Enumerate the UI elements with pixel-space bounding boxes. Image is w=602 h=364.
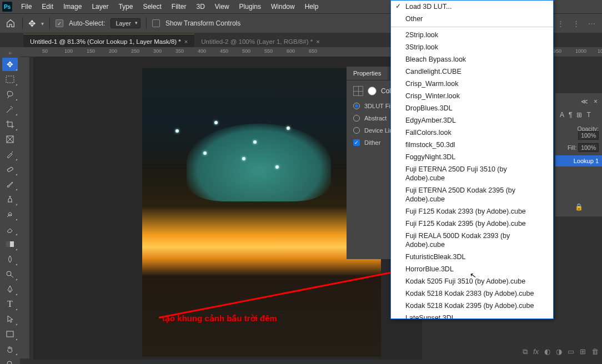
document-tab-title: Untitled-1 @ 81.3% (Color Lookup 1, Laye… xyxy=(30,38,181,45)
clone-stamp-tool[interactable] xyxy=(2,193,18,206)
glyphs-panel-icon[interactable]: ⊞ xyxy=(576,111,582,119)
menu-type[interactable]: Type xyxy=(114,1,137,12)
layer-item[interactable]: Lookup 1 xyxy=(555,155,602,166)
ruler-tick: 600 xyxy=(287,48,295,54)
close-panels-icon[interactable]: × xyxy=(594,98,598,105)
opacity-value[interactable]: 100% xyxy=(578,131,599,140)
lut-option[interactable]: LateSunset.3DL xyxy=(391,312,553,319)
marquee-tool[interactable] xyxy=(2,73,18,86)
distribute-horizontal-icon[interactable]: ⋮ xyxy=(570,17,582,29)
brush-tool[interactable] xyxy=(2,178,18,191)
ruler-tick: 550 xyxy=(264,48,273,54)
type-tool[interactable]: T xyxy=(2,297,18,311)
lut-option[interactable]: FoggyNight.3DL xyxy=(391,151,553,163)
lut-option[interactable]: Candlelight.CUBE xyxy=(391,65,553,78)
menu-edit[interactable]: Edit xyxy=(37,1,58,12)
lut-option[interactable]: Other xyxy=(391,13,553,25)
menu-image[interactable]: Image xyxy=(59,1,86,12)
abstract-label: Abstract xyxy=(364,115,387,122)
devicelink-radio[interactable] xyxy=(353,127,360,134)
close-tab-icon[interactable]: × xyxy=(184,38,188,45)
hand-tool[interactable] xyxy=(2,342,18,356)
pen-tool[interactable] xyxy=(2,282,18,296)
menu-help[interactable]: Help xyxy=(300,1,323,12)
move-tool[interactable]: ✥ xyxy=(2,58,18,71)
menu-file[interactable]: File xyxy=(17,1,36,12)
ruler-tick: 450 xyxy=(220,48,228,54)
eraser-tool[interactable] xyxy=(2,223,18,236)
lut-option[interactable]: FuturisticBleak.3DL xyxy=(391,251,553,263)
fill-value[interactable]: 100% xyxy=(578,143,599,152)
app-logo-icon[interactable]: Ps xyxy=(2,2,12,12)
lut-option[interactable]: filmstock_50.3dl xyxy=(391,139,553,151)
adjustment-layer-icon[interactable]: ◑ xyxy=(556,347,562,356)
delete-layer-icon[interactable]: 🗑 xyxy=(591,347,599,356)
ruler-tick: 150 xyxy=(87,48,95,54)
group-layers-icon[interactable]: ▭ xyxy=(568,347,574,356)
menu-layer[interactable]: Layer xyxy=(87,1,113,12)
menu-view[interactable]: View xyxy=(210,1,234,12)
more-options-icon[interactable]: ⋯ xyxy=(585,17,598,29)
healing-brush-tool[interactable] xyxy=(2,163,18,176)
ruler-tick: 1050 xyxy=(598,48,602,54)
lutfile-radio[interactable] xyxy=(353,103,360,109)
lut-option[interactable]: Kodak 5218 Kodak 2383 (by Adobe).cube xyxy=(391,287,553,300)
paragraph-panel-icon[interactable]: ¶ xyxy=(569,111,572,119)
zoom-tool[interactable] xyxy=(2,357,18,364)
menu-select[interactable]: Select xyxy=(138,1,165,12)
lasso-tool[interactable] xyxy=(2,88,18,101)
magic-wand-tool[interactable] xyxy=(2,103,18,116)
eyedropper-tool[interactable] xyxy=(2,148,18,161)
abstract-radio[interactable] xyxy=(353,115,360,122)
properties-tab[interactable]: Properties xyxy=(347,67,388,80)
mouse-cursor-icon: ↖ xyxy=(469,270,478,280)
lut-option[interactable]: Bleach Bypass.look xyxy=(391,53,553,65)
crop-tool[interactable] xyxy=(2,118,18,131)
lut-option[interactable]: Crisp_Winter.look xyxy=(391,90,553,102)
lock-icon[interactable]: 🔒 xyxy=(575,203,583,211)
distribute-bottom-icon[interactable]: ⋮ xyxy=(554,17,566,29)
document-tab-inactive[interactable]: Untitled-2 @ 100% (Layer 1, RGB/8#) * × xyxy=(194,34,326,48)
menu-plugins[interactable]: Plugins xyxy=(235,1,265,12)
gradient-tool[interactable] xyxy=(2,237,18,251)
dither-checkbox[interactable]: ✓ xyxy=(353,139,360,146)
lut-option[interactable]: Fuji REALA 500D Kodak 2393 (by Adobe).cu… xyxy=(391,230,553,251)
character-panel-icon[interactable]: A xyxy=(560,111,564,119)
menu-3d[interactable]: 3D xyxy=(192,1,209,12)
history-brush-tool[interactable] xyxy=(2,208,18,221)
lut-option[interactable]: 3Strip.look xyxy=(391,41,553,53)
vertical-ruler[interactable] xyxy=(20,57,30,358)
menu-window[interactable]: Window xyxy=(267,1,299,12)
ruler-tick: 650 xyxy=(309,48,317,54)
collapse-panels-icon[interactable]: ≪ xyxy=(581,98,588,105)
auto-select-target-dropdown[interactable]: Layer xyxy=(111,18,141,28)
lut-option[interactable]: EdgyAmber.3DL xyxy=(391,114,553,127)
lut-option[interactable]: FallColors.look xyxy=(391,127,553,139)
lut-option[interactable]: Fuji F125 Kodak 2395 (by Adobe).cube xyxy=(391,218,553,230)
type-panel-icon[interactable]: T xyxy=(586,111,590,119)
document-tab-active[interactable]: Untitled-1 @ 81.3% (Color Lookup 1, Laye… xyxy=(23,34,194,48)
show-transform-checkbox[interactable] xyxy=(152,19,160,27)
rectangle-tool[interactable] xyxy=(2,327,18,341)
lut-option[interactable]: Crisp_Warm.look xyxy=(391,78,553,90)
home-button[interactable] xyxy=(4,17,17,29)
close-tab-icon[interactable]: × xyxy=(316,38,319,45)
lut-option[interactable]: Fuji F125 Kodak 2393 (by Adobe).cube xyxy=(391,205,553,218)
blur-tool[interactable] xyxy=(2,252,18,266)
lut-option[interactable]: DropBlues.3DL xyxy=(391,102,553,114)
layer-mask-icon[interactable]: ◐ xyxy=(544,347,550,356)
path-selection-tool[interactable] xyxy=(2,312,18,326)
lut-option[interactable]: 2Strip.look xyxy=(391,29,553,41)
auto-select-checkbox[interactable]: ✓ xyxy=(56,19,63,27)
layer-style-icon[interactable]: fx xyxy=(533,347,539,356)
lut-option[interactable]: Fuji ETERNA 250D Kodak 2395 (by Adobe).c… xyxy=(391,184,553,205)
lut-option[interactable]: Load 3D LUT... xyxy=(391,1,553,13)
layer-mask-icon xyxy=(368,87,377,95)
menu-filter[interactable]: Filter xyxy=(167,1,191,12)
lut-option[interactable]: Fuji ETERNA 250D Fuji 3510 (by Adobe).cu… xyxy=(391,163,553,184)
new-layer-icon[interactable]: ⊞ xyxy=(580,347,586,356)
lut-option[interactable]: Kodak 5218 Kodak 2395 (by Adobe).cube xyxy=(391,300,553,312)
frame-tool[interactable] xyxy=(2,133,18,146)
link-layers-icon[interactable]: ⧉ xyxy=(523,347,528,356)
dodge-tool[interactable] xyxy=(2,267,18,281)
